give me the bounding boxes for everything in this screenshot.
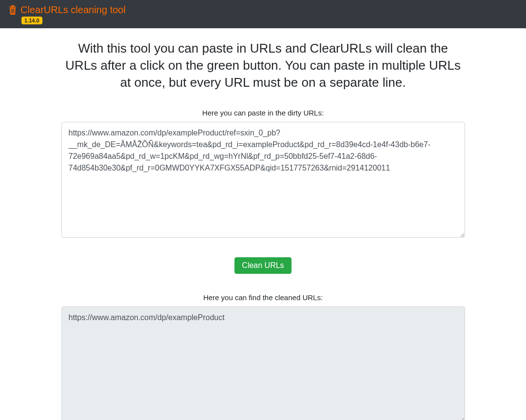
navbar-brand: ClearURLs cleaning tool 1.14.0: [8, 4, 126, 24]
svg-rect-0: [11, 9, 12, 14]
svg-rect-1: [12, 9, 13, 14]
dirty-urls-label: Here you can paste in the dirty URLs:: [61, 109, 465, 117]
svg-rect-2: [14, 9, 14, 14]
intro-text: With this tool you can paste in URLs and…: [61, 40, 465, 91]
main-container: With this tool you can paste in URLs and…: [54, 28, 473, 420]
trash-icon: [8, 4, 18, 16]
version-badge: 1.14.0: [21, 17, 42, 24]
navbar: ClearURLs cleaning tool 1.14.0: [0, 0, 526, 28]
app-title: ClearURLs cleaning tool: [20, 4, 126, 16]
dirty-urls-input[interactable]: [61, 122, 465, 238]
clean-urls-button[interactable]: Clean URLs: [234, 257, 291, 274]
cleaned-urls-output[interactable]: [61, 306, 465, 420]
cleaned-urls-label: Here you can find the cleaned URLs:: [61, 293, 465, 302]
